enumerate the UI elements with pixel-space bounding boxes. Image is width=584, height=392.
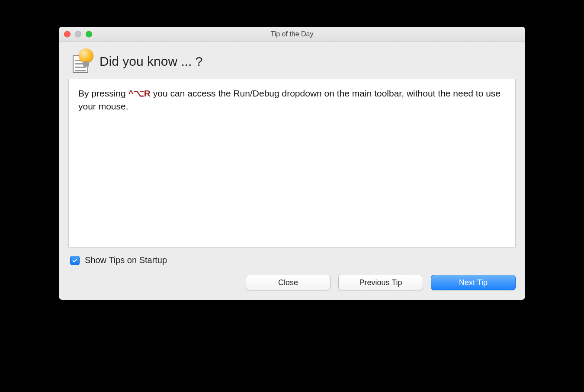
- check-icon: [72, 257, 78, 263]
- keyboard-shortcut: ^⌥R: [128, 88, 151, 98]
- lightbulb-doc-icon: [70, 49, 94, 74]
- dialog-header: Did you know ... ?: [68, 49, 516, 74]
- show-tips-checkbox[interactable]: [70, 256, 80, 265]
- show-tips-row: Show Tips on Startup: [68, 255, 516, 265]
- minimize-window-button[interactable]: [75, 31, 81, 37]
- tip-of-the-day-window: Tip of the Day Did you know ... ? By pre…: [59, 27, 525, 300]
- close-window-button[interactable]: [64, 31, 71, 37]
- tip-content: By pressing ^⌥R you can access the Run/D…: [68, 79, 516, 247]
- dialog-content: Did you know ... ? By pressing ^⌥R you c…: [59, 42, 525, 300]
- titlebar: Tip of the Day: [59, 27, 525, 42]
- dialog-heading: Did you know ... ?: [99, 54, 202, 69]
- window-controls: [64, 31, 92, 37]
- dialog-footer: Show Tips on Startup Close Previous Tip …: [68, 255, 516, 290]
- maximize-window-button[interactable]: [86, 31, 92, 37]
- show-tips-label: Show Tips on Startup: [85, 255, 167, 265]
- window-title: Tip of the Day: [59, 30, 525, 38]
- next-tip-button[interactable]: Next Tip: [431, 275, 516, 290]
- close-button[interactable]: Close: [246, 275, 331, 290]
- previous-tip-button[interactable]: Previous Tip: [338, 275, 423, 290]
- tip-text-pre: By pressing: [78, 88, 128, 98]
- button-row: Close Previous Tip Next Tip: [68, 275, 516, 290]
